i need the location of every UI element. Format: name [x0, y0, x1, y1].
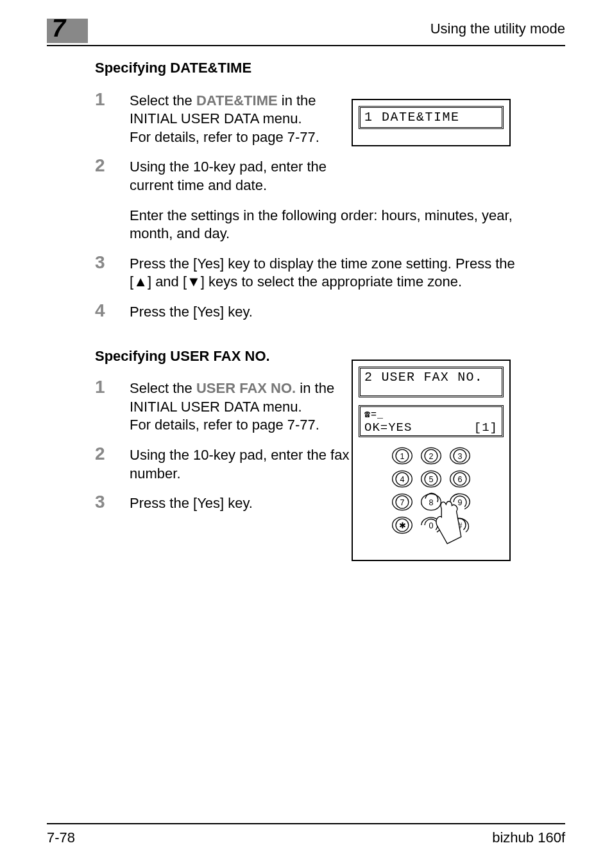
- section1-title: Specifying DATE&TIME: [95, 59, 565, 78]
- step: 3 Press the [Yes] key to display the tim…: [95, 255, 565, 291]
- step-text: ] keys to select the appropriate time zo…: [201, 273, 462, 290]
- svg-text:8: 8: [429, 498, 433, 507]
- svg-text:3: 3: [457, 452, 462, 461]
- step-number: 2: [95, 445, 130, 483]
- up-arrow-icon: ▲: [133, 273, 148, 290]
- step-number: 1: [95, 91, 130, 147]
- step-text: ] and [: [148, 273, 187, 290]
- step-number-blank: [95, 205, 130, 243]
- step-number: 3: [95, 493, 130, 513]
- step-text: Press the [Yes] key.: [130, 304, 253, 320]
- step-continuation: Enter the settings in the following orde…: [95, 207, 565, 243]
- step: 4 Press the [Yes] key.: [95, 303, 565, 322]
- lcd-input-line: ☎=_: [364, 408, 498, 421]
- keypad-illustration: 1 2 3 4 5 6 7 8 9 ✱ 0 #: [353, 444, 509, 548]
- svg-text:0: 0: [429, 521, 433, 530]
- lcd-page-indicator: [1]: [474, 421, 498, 435]
- step-number: 1: [95, 378, 130, 435]
- keypad-key-2: 2: [421, 447, 441, 464]
- step-text-bold: DATE&TIME: [196, 92, 278, 108]
- svg-text:2: 2: [429, 452, 433, 461]
- keypad-key-4: 4: [393, 471, 412, 487]
- lcd-line: 2 USER FAX NO.: [359, 367, 504, 397]
- step-text: Select the: [130, 380, 196, 396]
- lcd-date-time: 1 DATE&TIME: [352, 99, 511, 146]
- keypad-key-7: 7: [393, 494, 412, 510]
- step-text: Press the [Yes] key.: [130, 495, 253, 511]
- step-text: For details, refer to page 7-77.: [130, 129, 319, 145]
- svg-text:9: 9: [457, 498, 462, 507]
- lcd-line: 1 DATE&TIME: [359, 106, 504, 129]
- keypad-key-3: 3: [450, 447, 470, 464]
- footer-product-name: bizhub 160f: [492, 829, 565, 846]
- svg-text:5: 5: [429, 475, 433, 484]
- step-number: 2: [95, 157, 130, 195]
- svg-text:4: 4: [400, 475, 404, 484]
- step-text: Enter the settings in the following orde…: [130, 207, 513, 242]
- keypad-key-1: 1: [393, 447, 412, 464]
- svg-text:✱: ✱: [399, 521, 406, 530]
- lcd-user-fax: 2 USER FAX NO. ☎=_ OK=YES [1] 1 2 3 4 5 …: [352, 360, 511, 561]
- keypad-key-6: 6: [450, 471, 470, 487]
- chapter-number: 7: [52, 15, 65, 42]
- keypad-key-8: 8: [421, 493, 441, 510]
- footer-rule: [47, 823, 565, 824]
- svg-text:1: 1: [400, 452, 404, 461]
- keypad-svg: 1 2 3 4 5 6 7 8 9 ✱ 0 #: [373, 444, 489, 548]
- lcd-ok-text: OK=YES: [364, 421, 412, 435]
- step-number: 4: [95, 302, 130, 322]
- chapter-tab: 7: [47, 19, 88, 43]
- step-number: 3: [95, 254, 130, 291]
- step-text: Select the: [130, 92, 196, 108]
- step: 2 Using the 10-key pad, enter the curren…: [95, 158, 565, 195]
- svg-text:7: 7: [400, 498, 404, 507]
- keypad-key-5: 5: [421, 471, 441, 487]
- svg-text:6: 6: [457, 475, 462, 484]
- finger-icon: [436, 501, 461, 544]
- down-arrow-icon: ▼: [187, 273, 201, 290]
- lcd-display-2: ☎=_ OK=YES [1]: [359, 405, 504, 437]
- step-text-bold: USER FAX NO.: [196, 380, 296, 396]
- header-rule: [47, 45, 565, 46]
- footer-page-number: 7-78: [47, 829, 75, 846]
- running-head: Using the utility mode: [430, 21, 565, 37]
- step-text: Using the 10-key pad, enter the fax numb…: [130, 447, 349, 482]
- step-text: Using the 10-key pad, enter the current …: [130, 159, 327, 193]
- keypad-key-star: ✱: [393, 517, 412, 533]
- step-text: For details, refer to page 7-77.: [130, 417, 319, 433]
